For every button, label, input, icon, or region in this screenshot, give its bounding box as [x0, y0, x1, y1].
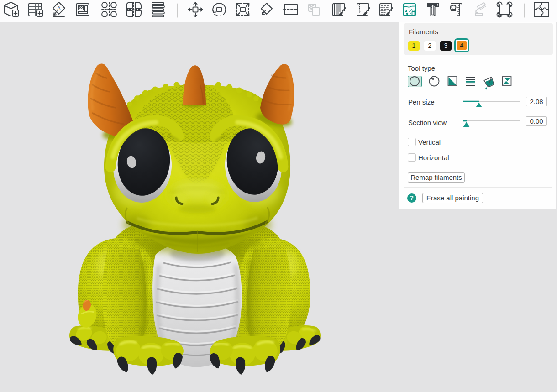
svg-text:A: A [57, 5, 61, 12]
